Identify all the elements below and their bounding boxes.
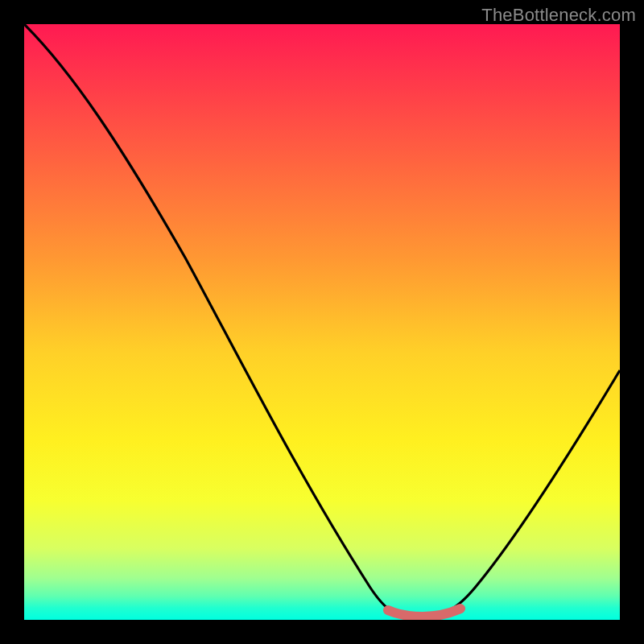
watermark-text: TheBottleneck.com: [481, 5, 636, 26]
bottleneck-curve-path: [24, 24, 620, 616]
curve-svg: [24, 24, 620, 620]
chart-frame: TheBottleneck.com: [0, 0, 644, 644]
plot-area: [24, 24, 620, 620]
optimal-band-path: [388, 609, 460, 617]
